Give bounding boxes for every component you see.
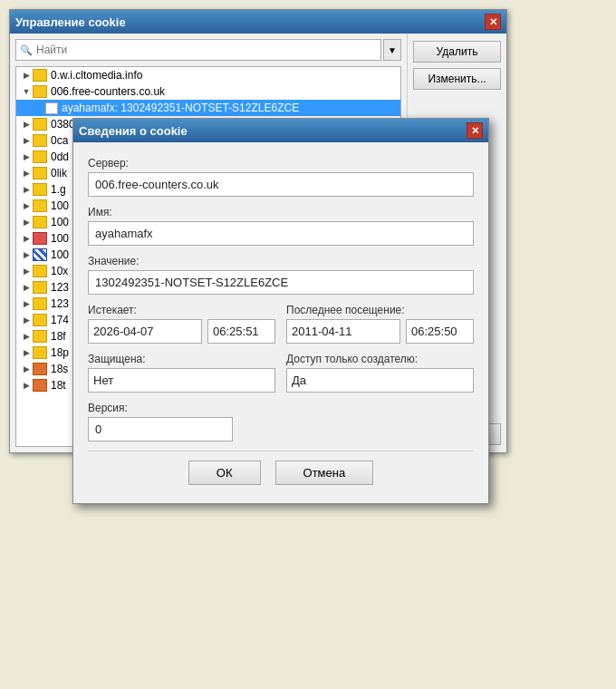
- name-input[interactable]: [88, 221, 474, 246]
- expand-arrow-icon: ▶: [20, 364, 33, 374]
- expand-arrow-icon: ▶: [20, 348, 33, 357]
- edit-button[interactable]: Изменить...: [413, 68, 501, 90]
- search-input[interactable]: [15, 39, 381, 61]
- expires-time-input[interactable]: [207, 319, 275, 344]
- tree-item-label: 174: [51, 314, 69, 326]
- protected-col: Защищена:: [88, 353, 275, 393]
- cookie-dialog-titlebar: Сведения о cookie ✕: [73, 119, 488, 142]
- expand-arrow-icon: ▶: [20, 169, 33, 178]
- cookie-dialog: Сведения о cookie ✕ Сервер: Имя: Значени…: [72, 118, 489, 504]
- tree-item-label: 123: [51, 297, 69, 310]
- expand-arrow-icon: ▶: [20, 315, 33, 325]
- expand-arrow-icon: ▶: [20, 381, 33, 390]
- folder-icon: [33, 281, 47, 294]
- expand-arrow-icon: ▶: [20, 136, 33, 145]
- expand-arrow-icon: ▶: [20, 152, 33, 161]
- creator-only-col: Доступ только создателю:: [286, 353, 474, 393]
- cookie-dialog-close-button[interactable]: ✕: [467, 122, 483, 139]
- expand-arrow-icon: ▶: [20, 283, 33, 292]
- folder-icon: [33, 199, 47, 212]
- folder-icon: [33, 314, 47, 326]
- folder-checkered-icon: [33, 248, 47, 261]
- expand-arrow-icon: ▶: [20, 234, 33, 243]
- cookie-dialog-title: Сведения о cookie: [79, 124, 188, 138]
- file-icon: [45, 102, 58, 114]
- cancel-button[interactable]: Отмена: [275, 461, 374, 485]
- folder-icon: [33, 265, 47, 277]
- expires-col: Истекает:: [88, 304, 275, 344]
- search-bar: 🔍 ▼: [15, 39, 401, 61]
- expand-arrow-icon: ▶: [20, 267, 33, 276]
- value-label: Значение:: [88, 255, 474, 267]
- folder-icon: [33, 118, 47, 131]
- tree-item-label: ayahamafx: 1302492351-NOTSET-S12ZLE6ZCE: [62, 102, 299, 114]
- tree-item-ayahamafx[interactable]: ayahamafx: 1302492351-NOTSET-S12ZLE6ZCE: [16, 100, 400, 116]
- tree-item-label: 006.free-counters.co.uk: [51, 85, 165, 98]
- creator-only-input[interactable]: [286, 368, 474, 393]
- server-label: Сервер:: [88, 157, 474, 170]
- delete-button[interactable]: Удалить: [413, 41, 501, 63]
- tree-item-label: 0lik: [51, 167, 67, 180]
- expires-date-input[interactable]: [88, 319, 202, 344]
- server-input[interactable]: [88, 172, 474, 197]
- lastvisit-date-input[interactable]: [286, 319, 400, 344]
- lastvisit-time-input[interactable]: [406, 319, 474, 344]
- expires-lastvisit-row: Истекает: Последнее посещение:: [88, 304, 474, 344]
- tree-item-label: 18s: [51, 363, 68, 375]
- tree-item-label: 18f: [51, 330, 66, 343]
- creator-only-label: Доступ только создателю:: [286, 353, 474, 365]
- lastvisit-col: Последнее посещение:: [286, 304, 474, 344]
- dialog-buttons: ОК Отмена: [88, 451, 474, 492]
- dropdown-arrow-icon: ▼: [388, 45, 397, 55]
- main-close-button[interactable]: ✕: [485, 14, 501, 30]
- tree-item-label: 0ca: [51, 134, 68, 147]
- expand-arrow-icon: ▶: [20, 185, 33, 194]
- expand-arrow-icon: ▶: [20, 201, 33, 210]
- tree-item-label: 100: [51, 216, 69, 228]
- tree-item-label: 123: [51, 281, 69, 294]
- expand-arrow-icon: ▶: [20, 120, 33, 129]
- expand-arrow-icon: ▶: [20, 218, 33, 227]
- protected-creator-row: Защищена: Доступ только создателю:: [88, 353, 474, 393]
- protected-label: Защищена:: [88, 353, 275, 365]
- folder-icon: [33, 134, 47, 147]
- ok-button[interactable]: ОК: [188, 461, 261, 485]
- search-dropdown-button[interactable]: ▼: [383, 39, 401, 61]
- folder-orange-icon: [33, 379, 47, 392]
- value-input[interactable]: [88, 270, 474, 295]
- cookie-dialog-content: Сервер: Имя: Значение: Истекает: Последн…: [73, 142, 488, 503]
- tree-item-006free[interactable]: ▼ 006.free-counters.co.uk: [16, 83, 400, 100]
- version-input[interactable]: [88, 417, 233, 442]
- protected-input[interactable]: [88, 368, 275, 393]
- folder-icon: [33, 297, 47, 310]
- folder-icon: [33, 183, 47, 196]
- search-wrapper: 🔍: [15, 39, 381, 61]
- main-titlebar: Управление cookie ✕: [10, 10, 506, 34]
- tree-item-label: 1.g: [51, 183, 66, 196]
- tree-item-label: 0dd: [51, 150, 69, 163]
- folder-icon: [33, 330, 47, 343]
- expand-arrow-icon: ▶: [20, 71, 33, 80]
- tree-item-label: 18t: [51, 379, 66, 392]
- version-label: Версия:: [88, 402, 474, 414]
- expires-label: Истекает:: [88, 304, 275, 316]
- folder-icon: [33, 85, 47, 98]
- expand-arrow-icon: ▶: [20, 299, 33, 308]
- tree-item-label: 100: [51, 199, 69, 212]
- folder-icon: [33, 150, 47, 163]
- search-icon: 🔍: [20, 44, 33, 56]
- folder-special-icon: [33, 232, 47, 245]
- tree-item-label: 0.w.i.cltomedia.info: [51, 69, 142, 82]
- lastvisit-label: Последнее посещение:: [286, 304, 474, 316]
- tree-item-label: 18p: [51, 346, 69, 359]
- folder-orange-icon: [33, 363, 47, 375]
- expand-arrow-icon: ▶: [20, 250, 33, 259]
- expand-arrow-icon: ▼: [20, 87, 33, 96]
- folder-icon: [33, 69, 47, 82]
- folder-icon: [33, 216, 47, 228]
- main-title: Управление cookie: [15, 15, 126, 29]
- folder-icon: [33, 167, 47, 180]
- tree-item-0wiclt[interactable]: ▶ 0.w.i.cltomedia.info: [16, 67, 400, 83]
- folder-icon: [33, 346, 47, 359]
- tree-item-label: 10x: [51, 265, 68, 277]
